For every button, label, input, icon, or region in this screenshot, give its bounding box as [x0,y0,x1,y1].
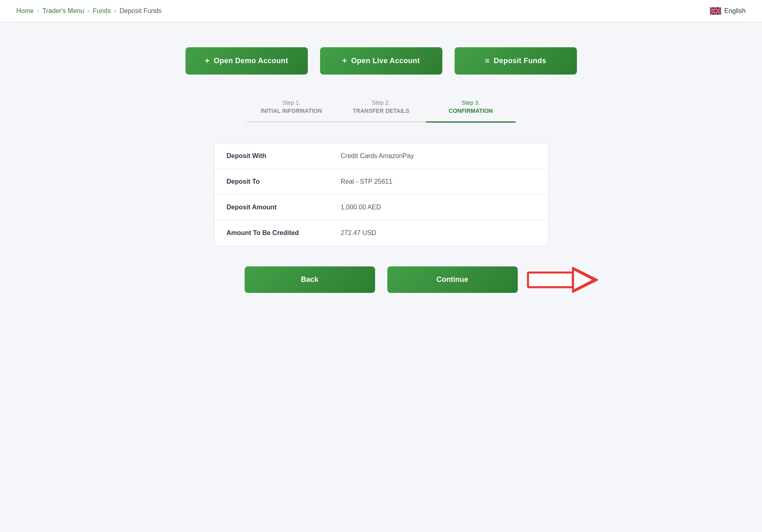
deposit-icon: ≡ [485,56,490,66]
deposit-amount-value: 1,000.00 AED [329,195,548,220]
deposit-amount-label: Deposit Amount [214,195,329,220]
breadcrumb-sep-1: › [37,7,39,15]
deposit-info-card: Deposit With Credit Cards AmazonPay Depo… [214,143,548,246]
open-demo-account-button[interactable]: + Open Demo Account [186,47,308,75]
arrow-indicator [526,266,599,294]
step-1: Step 1. INITIAL INFORMATION [247,99,336,123]
plus-icon-live: + [342,56,347,66]
step-2-label: Step 2. TRANSFER DETAILS [353,99,409,115]
breadcrumb: Home › Trader's Menu › Funds › Deposit F… [16,7,161,15]
continue-button[interactable]: Continue [387,266,518,293]
svg-rect-1 [528,273,573,287]
deposit-funds-label: Deposit Funds [494,57,546,65]
bottom-buttons: Back Continue [153,266,610,293]
language-label: English [724,7,746,15]
open-live-label: Open Live Account [351,57,420,65]
red-arrow-icon [526,266,599,294]
deposit-funds-button[interactable]: ≡ Deposit Funds [455,47,577,75]
back-button[interactable]: Back [245,266,375,293]
amount-credited-value: 272.47 USD [329,220,548,246]
step-2: Step 2. TRANSFER DETAILS [336,99,426,123]
deposit-with-value: Credit Cards AmazonPay [329,143,548,169]
breadcrumb-funds[interactable]: Funds [93,7,110,15]
breadcrumb-sep-2: › [87,7,89,15]
open-live-account-button[interactable]: + Open Live Account [320,47,442,75]
step-3: Step 3. CONFIRMATION [426,99,516,123]
main-content: + Open Demo Account + Open Live Account … [137,23,626,325]
uk-flag-icon [710,7,721,15]
deposit-to-value: Real - STP 25611 [329,169,548,194]
language-selector[interactable]: English [710,7,746,15]
table-row: Deposit Amount 1,000.00 AED [214,195,548,220]
deposit-with-label: Deposit With [214,143,329,169]
amount-credited-label: Amount To Be Credited [214,220,329,246]
top-navigation: Home › Trader's Menu › Funds › Deposit F… [0,0,762,22]
table-row: Amount To Be Credited 272.47 USD [214,220,548,246]
steps-list: Step 1. INITIAL INFORMATION Step 2. TRAN… [247,99,516,123]
breadcrumb-sep-3: › [114,7,116,15]
deposit-to-label: Deposit To [214,169,329,194]
plus-icon-demo: + [205,56,210,66]
breadcrumb-home[interactable]: Home [16,7,34,15]
action-buttons-row: + Open Demo Account + Open Live Account … [153,47,610,75]
continue-wrapper: Continue [387,266,518,293]
open-demo-label: Open Demo Account [214,57,288,65]
table-row: Deposit With Credit Cards AmazonPay [214,143,548,169]
breadcrumb-deposit-funds: Deposit Funds [119,7,161,15]
step-1-label: Step 1. INITIAL INFORMATION [261,99,322,115]
step-3-label: Step 3. CONFIRMATION [449,99,493,115]
table-row: Deposit To Real - STP 25611 [214,169,548,195]
steps-container: Step 1. INITIAL INFORMATION Step 2. TRAN… [153,99,610,123]
breadcrumb-traders-menu[interactable]: Trader's Menu [42,7,84,15]
